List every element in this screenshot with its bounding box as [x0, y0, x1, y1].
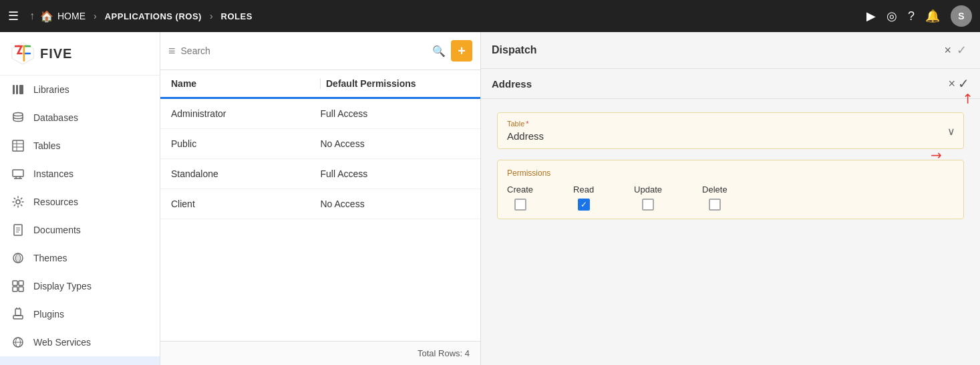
total-rows-label: Total Rows: 4 [418, 348, 470, 358]
table-field-value: Address [507, 130, 954, 142]
breadcrumb-applications[interactable]: APPLICATIONS (ROS) [105, 11, 202, 21]
table-list-area: ≡ 🔍 + Name Default Permissions Administr… [160, 32, 481, 365]
sidebar-item-label-documents: Documents [33, 225, 81, 235]
dispatch-panel: Dispatch × ✓ Address × ✓ ↗ Table [481, 32, 980, 365]
navbar: ☰ ↑ 🏠 HOME › APPLICATIONS (ROS) › ROLES … [0, 0, 980, 32]
content-panel: ≡ 🔍 + Name Default Permissions Administr… [160, 32, 980, 365]
dropdown-icon[interactable]: ∨ [947, 124, 955, 137]
perm-create-label: Create [507, 185, 533, 195]
address-close-button[interactable]: × [948, 77, 955, 91]
sidebar-item-resources[interactable]: Resources [0, 188, 160, 216]
dispatch-check-button[interactable]: ✓ [954, 40, 969, 60]
plugins-icon [11, 307, 25, 322]
bell-icon[interactable]: 🔔 [925, 9, 940, 23]
row-name-1: Public [171, 138, 321, 149]
breadcrumb-sep1: › [94, 11, 97, 21]
table-footer: Total Rows: 4 [160, 341, 480, 365]
svg-rect-1 [13, 85, 15, 94]
sidebar-logo: FIVE [0, 32, 160, 76]
tables-icon [11, 138, 25, 153]
main-area: FIVE Libraries Databases Tables Instance… [0, 32, 980, 365]
documents-icon [11, 223, 25, 237]
menu-icon[interactable]: ☰ [8, 9, 19, 23]
sidebar-item-themes[interactable]: Themes [0, 244, 160, 272]
permissions-box: Permissions Create Read Update [497, 160, 964, 219]
filter-icon[interactable]: ≡ [168, 44, 176, 58]
table-rows: Administrator Full Access Public No Acce… [160, 99, 480, 341]
web-services-icon [11, 335, 25, 350]
dispatch-close-button[interactable]: × [941, 41, 954, 60]
svg-rect-2 [16, 85, 18, 94]
row-name-2: Standalone [171, 168, 321, 179]
perm-update-label: Update [634, 185, 662, 195]
sidebar-item-label-web-services: Web Services [33, 337, 91, 348]
sidebar-item-label-display-types: Display Types [33, 281, 92, 291]
table-row[interactable]: Administrator Full Access [160, 99, 480, 129]
field-required-marker: * [526, 120, 528, 128]
svg-rect-21 [13, 287, 17, 291]
avatar[interactable]: S [951, 5, 972, 27]
sidebar-item-libraries[interactable]: Libraries [0, 76, 160, 104]
perm-create: Create [507, 185, 533, 211]
perm-create-checkbox[interactable] [514, 199, 526, 211]
sidebar-item-display-types[interactable]: Display Types [0, 272, 160, 300]
perm-update: Update [634, 185, 662, 211]
form-area: Table * Address ∨ ↗ Permissions Cr [481, 99, 980, 233]
add-button[interactable]: + [451, 40, 472, 62]
svg-point-13 [16, 200, 20, 204]
home-nav[interactable]: 🏠 HOME [40, 10, 86, 23]
breadcrumb-sep2: › [210, 11, 213, 21]
perm-update-checkbox[interactable] [642, 199, 654, 211]
svg-rect-9 [13, 170, 23, 176]
table-field[interactable]: Table * Address ∨ ↗ [497, 112, 964, 149]
row-permission-0: Full Access [321, 108, 470, 119]
col-name-header: Name [171, 78, 315, 89]
navbar-right: ▶ ◎ ? 🔔 S [866, 5, 972, 27]
sidebar-item-documents[interactable]: Documents [0, 216, 160, 244]
permissions-row: Create Read Update [507, 185, 954, 211]
table-row[interactable]: Public No Access [160, 129, 480, 159]
home-icon: 🏠 [40, 10, 53, 23]
table-row[interactable]: Standalone Full Access [160, 159, 480, 189]
sidebar-item-label-instances: Instances [33, 168, 73, 179]
perm-read-checkbox[interactable] [578, 199, 590, 211]
perm-read-label: Read [573, 185, 594, 195]
sidebar-item-label-databases: Databases [33, 112, 78, 123]
sidebar-item-label-resources: Resources [33, 197, 78, 207]
row-permission-2: Full Access [321, 168, 470, 179]
sidebar-item-instances[interactable]: Instances [0, 160, 160, 188]
row-permission-3: No Access [321, 199, 470, 209]
svg-rect-3 [19, 85, 23, 94]
sidebar-item-label-themes: Themes [33, 253, 67, 263]
svg-rect-22 [19, 287, 23, 291]
up-icon[interactable]: ↑ [29, 10, 35, 22]
address-check-button[interactable]: ✓ [958, 76, 969, 92]
col-divider [320, 78, 321, 89]
libraries-icon [11, 82, 25, 97]
sidebar-item-databases[interactable]: Databases [0, 104, 160, 132]
sidebar-item-tables[interactable]: Tables [0, 132, 160, 160]
search-nav-icon[interactable]: ◎ [886, 9, 897, 23]
play-icon[interactable]: ▶ [866, 9, 876, 23]
perm-delete-checkbox[interactable] [709, 199, 721, 211]
col-permissions-header: Default Permissions [326, 78, 470, 89]
sidebar-item-roles[interactable]: Roles [0, 356, 160, 365]
search-input-wrapper: 🔍 [181, 45, 446, 57]
address-header: Address × ✓ ↗ [481, 69, 980, 99]
row-permission-1: No Access [321, 138, 470, 149]
sidebar-item-label-plugins: Plugins [33, 309, 64, 320]
svg-rect-5 [13, 140, 23, 151]
five-logo-icon [11, 41, 35, 66]
breadcrumb-roles: ROLES [221, 11, 253, 21]
table-field-label: Table * [507, 120, 954, 128]
sidebar-item-web-services[interactable]: Web Services [0, 328, 160, 356]
resources-icon [11, 195, 25, 209]
dispatch-header: Dispatch × ✓ [481, 32, 980, 69]
table-row[interactable]: Client No Access [160, 189, 480, 219]
permissions-label: Permissions [507, 168, 954, 178]
svg-rect-20 [19, 281, 23, 285]
sidebar-item-plugins[interactable]: Plugins [0, 300, 160, 328]
search-magnify-icon[interactable]: 🔍 [432, 45, 446, 57]
search-input[interactable] [181, 45, 428, 56]
help-icon[interactable]: ? [908, 9, 915, 23]
